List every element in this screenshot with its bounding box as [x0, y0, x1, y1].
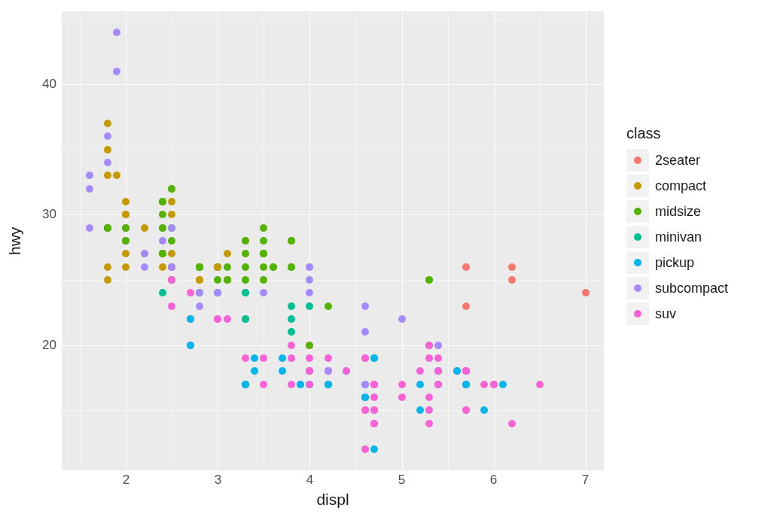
data-point	[361, 354, 369, 362]
data-point	[361, 302, 369, 310]
y-axis-label: hwy	[6, 11, 24, 470]
data-point	[270, 263, 277, 271]
legend-item: minivan	[626, 225, 728, 248]
data-point	[398, 381, 406, 388]
data-point	[159, 250, 166, 257]
data-point	[86, 185, 93, 193]
data-point	[141, 250, 148, 257]
data-point	[306, 289, 313, 296]
data-point	[196, 276, 203, 284]
data-point	[279, 354, 286, 362]
data-point	[122, 224, 130, 232]
data-point	[187, 342, 194, 349]
gridline-v-minor	[448, 11, 449, 470]
gridline-v	[218, 11, 218, 470]
data-point	[122, 263, 130, 271]
data-point	[499, 381, 507, 388]
data-point	[416, 367, 424, 375]
data-point	[279, 367, 286, 375]
data-point	[288, 315, 295, 323]
data-point	[214, 276, 221, 284]
data-point	[288, 328, 295, 336]
data-point	[508, 263, 516, 271]
data-point	[159, 289, 166, 296]
gridline-v	[586, 11, 587, 470]
data-point	[425, 420, 433, 427]
plot-panel	[62, 11, 604, 470]
legend-key	[626, 277, 649, 299]
data-point	[508, 420, 516, 427]
legend-key	[626, 251, 649, 274]
data-point	[104, 276, 111, 284]
data-point	[370, 381, 378, 388]
data-point	[196, 302, 203, 310]
data-point	[159, 263, 166, 271]
data-point	[224, 315, 231, 323]
data-point	[159, 224, 166, 232]
data-point	[260, 276, 267, 284]
data-point	[168, 263, 175, 271]
data-point	[361, 381, 369, 388]
data-point	[196, 289, 203, 296]
data-point	[288, 342, 295, 349]
data-point	[242, 250, 249, 257]
data-point	[370, 406, 378, 414]
data-point	[104, 132, 111, 140]
data-point	[168, 211, 175, 218]
data-point	[242, 237, 249, 245]
data-point	[168, 302, 175, 310]
legend-key	[626, 149, 649, 172]
data-point	[242, 381, 249, 388]
data-point	[288, 381, 295, 388]
gridline-h-minor	[62, 410, 604, 411]
x-tick-label: 2	[123, 473, 130, 488]
data-point	[434, 367, 442, 375]
data-point	[187, 289, 194, 296]
data-point	[361, 406, 369, 414]
data-point	[462, 302, 470, 310]
data-point	[104, 172, 111, 179]
data-point	[370, 420, 378, 427]
gridline-h	[62, 214, 604, 215]
data-point	[434, 342, 442, 349]
data-point	[260, 381, 267, 388]
gridline-v-minor	[540, 11, 541, 470]
x-tick-label: 7	[582, 473, 589, 488]
data-point	[398, 315, 406, 323]
legend-title: class	[626, 125, 728, 142]
data-point	[297, 381, 304, 388]
data-point	[168, 276, 175, 284]
data-point	[288, 302, 295, 310]
y-tick-label: 40	[41, 77, 56, 92]
data-point	[242, 276, 249, 284]
legend-dot-icon	[634, 310, 641, 318]
data-point	[425, 342, 433, 349]
gridline-h-minor	[62, 280, 604, 281]
data-point	[159, 237, 166, 245]
data-point	[425, 394, 433, 401]
data-point	[159, 198, 166, 205]
legend-item: subcompact	[626, 276, 728, 299]
data-point	[370, 445, 378, 453]
data-point	[306, 354, 313, 362]
data-point	[416, 381, 424, 388]
data-point	[306, 276, 313, 284]
data-point	[325, 354, 332, 362]
chart-container: hwy displ class 2seatercompactmidsizemin…	[0, 0, 771, 532]
legend-key	[626, 302, 649, 325]
data-point	[306, 381, 313, 388]
data-point	[242, 289, 249, 296]
data-point	[260, 250, 267, 257]
gridline-v	[494, 11, 495, 470]
legend-item: midsize	[626, 199, 728, 222]
data-point	[104, 159, 111, 166]
data-point	[260, 354, 267, 362]
data-point	[582, 289, 590, 296]
x-tick-label: 3	[215, 473, 221, 488]
data-point	[288, 263, 295, 271]
data-point	[325, 381, 332, 388]
data-point	[343, 367, 350, 375]
legend-label: minivan	[655, 230, 702, 245]
legend-dot-icon	[634, 259, 641, 266]
data-point	[260, 263, 267, 271]
